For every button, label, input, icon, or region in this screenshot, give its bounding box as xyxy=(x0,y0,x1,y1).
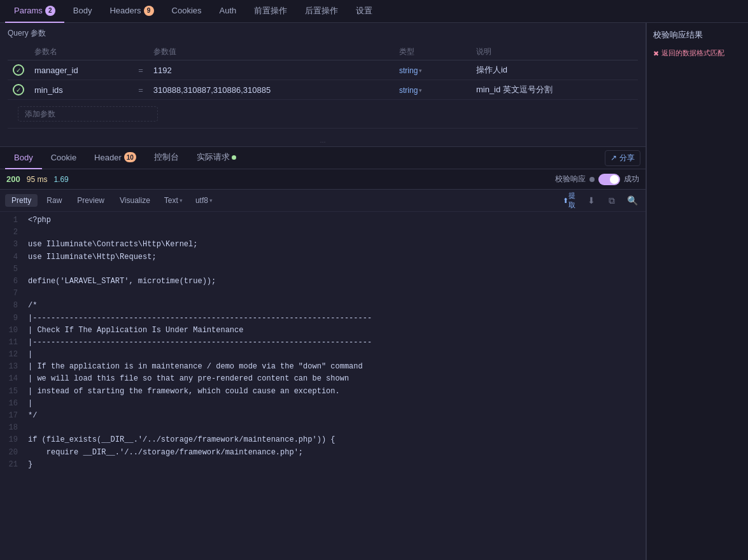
tab-actual-request[interactable]: 实际请求 xyxy=(188,146,245,169)
line-number: 15 xyxy=(0,386,23,398)
active-dot-indicator xyxy=(232,155,236,160)
code-line: |---------------------------------------… xyxy=(28,312,640,325)
share-icon: ↗ xyxy=(610,153,617,162)
line-number: 2 xyxy=(0,227,23,239)
download-icon: ⬇ xyxy=(588,195,595,206)
col-value-header: 参数值 xyxy=(148,44,394,60)
type-dropdown-2[interactable]: string ▾ xyxy=(399,86,422,95)
code-line: <?php xyxy=(28,214,640,227)
row-name-1[interactable]: manager_id xyxy=(29,60,133,80)
row-name-2[interactable]: min_ids xyxy=(29,80,133,100)
row-type-arrow-1 xyxy=(458,60,471,80)
tab-response-body[interactable]: Body xyxy=(5,146,42,169)
row-check-2[interactable]: ✓ xyxy=(8,80,29,100)
chevron-down-icon: ▾ xyxy=(419,87,422,94)
col-type-arrow xyxy=(458,44,471,60)
verify-label: 校验响应 xyxy=(555,174,586,185)
check-icon-1: ✓ xyxy=(13,64,24,76)
tab-console[interactable]: 控制台 xyxy=(145,146,188,169)
code-line: |---------------------------------------… xyxy=(28,337,640,349)
code-line xyxy=(28,263,640,276)
success-label: 成功 xyxy=(624,174,639,185)
line-number: 19 xyxy=(0,434,23,446)
add-param-input[interactable] xyxy=(18,106,158,122)
verify-toggle[interactable] xyxy=(598,174,620,185)
line-number: 20 xyxy=(0,447,23,459)
code-line: /* xyxy=(28,300,640,312)
line-number: 7 xyxy=(0,288,23,300)
status-code: 200 xyxy=(6,174,20,184)
code-line: if (file_exists(__DIR__.'/../storage/fra… xyxy=(28,434,640,446)
share-button[interactable]: ↗ 分享 xyxy=(605,150,640,166)
code-line: | If the application is in maintenance /… xyxy=(28,361,640,373)
code-line: | xyxy=(28,398,640,410)
code-line: */ xyxy=(28,410,640,422)
tab-settings[interactable]: 设置 xyxy=(347,0,381,23)
format-tabs: Pretty Raw Preview Visualize Text ▾ utf8 xyxy=(0,190,646,212)
params-section: Query 参数 参数名 参数值 类型 说明 xyxy=(0,23,646,134)
status-bar: 200 95 ms 1.69 校验响应 成功 xyxy=(0,169,646,190)
extract-label: 提取 xyxy=(568,191,579,210)
fmt-text-dropdown[interactable]: Text ▾ xyxy=(159,194,188,207)
col-eq xyxy=(133,44,148,60)
extract-button[interactable]: ⬆ 提取 xyxy=(563,192,579,209)
share-area: ↗ 分享 xyxy=(605,150,640,166)
row-desc-2[interactable]: min_id 英文逗号分割 xyxy=(471,80,638,100)
chevron-down-icon: ▾ xyxy=(419,67,422,74)
code-line: | Check If The Application Is Under Main… xyxy=(28,325,640,337)
copy-button[interactable]: ⧉ xyxy=(603,192,620,209)
row-value-1[interactable]: 1192 xyxy=(148,60,394,80)
fmt-tab-preview[interactable]: Preview xyxy=(71,194,111,207)
code-line: require __DIR__.'/../storage/framework/m… xyxy=(28,447,640,459)
col-name-header: 参数名 xyxy=(29,44,133,60)
tab-pre-op[interactable]: 前置操作 xyxy=(245,0,296,23)
response-size: 1.69 xyxy=(53,175,68,184)
toggle-off-dot xyxy=(589,177,595,182)
line-number: 11 xyxy=(0,337,23,349)
tab-body[interactable]: Body xyxy=(64,0,101,23)
tab-headers[interactable]: Headers 9 xyxy=(101,0,162,23)
bottom-section: Body Cookie Header 10 控制台 实际请求 xyxy=(0,146,646,560)
copy-icon: ⧉ xyxy=(609,195,615,206)
line-number: 1 xyxy=(0,214,23,227)
main-layout: Query 参数 参数名 参数值 类型 说明 xyxy=(0,23,748,560)
type-dropdown-1[interactable]: string ▾ xyxy=(399,66,422,75)
extract-icon: ⬆ xyxy=(563,197,568,205)
row-desc-1[interactable]: 操作人id xyxy=(471,60,638,80)
tab-cookies[interactable]: Cookies xyxy=(163,0,211,23)
table-row: ✓ manager_id = 1192 string ▾ 操作人id xyxy=(8,60,638,80)
code-line: use Illuminate\Contracts\Http\Kernel; xyxy=(28,239,640,251)
top-tab-bar: Params 2 Body Headers 9 Cookies Auth 前置操… xyxy=(0,0,748,23)
line-number: 9 xyxy=(0,312,23,325)
fmt-tab-pretty[interactable]: Pretty xyxy=(5,194,38,207)
row-check-1[interactable]: ✓ xyxy=(8,60,29,80)
row-type-2[interactable]: string ▾ xyxy=(394,80,458,100)
add-param-cell xyxy=(8,100,638,129)
check-icon-2: ✓ xyxy=(13,84,24,95)
line-number: 18 xyxy=(0,422,23,434)
search-button[interactable]: 🔍 xyxy=(624,192,640,209)
row-type-arrow-2 xyxy=(458,80,471,100)
fmt-utf8-dropdown[interactable]: utf8 ▾ xyxy=(190,194,218,207)
code-line: } xyxy=(28,459,640,471)
right-panel: 校验响应结果 ✖ 返回的数据格式匹配 xyxy=(646,23,748,560)
fmt-tab-raw[interactable]: Raw xyxy=(40,194,68,207)
tab-post-op[interactable]: 后置操作 xyxy=(296,0,347,23)
row-value-2[interactable]: 310888,310887,310886,310885 xyxy=(148,80,394,100)
code-area[interactable]: 123456789101112131415161718192021 <?php … xyxy=(0,212,646,560)
line-numbers: 123456789101112131415161718192021 xyxy=(0,212,23,560)
verify-result-title: 校验响应结果 xyxy=(653,29,742,41)
left-panel: Query 参数 参数名 参数值 类型 说明 xyxy=(0,23,646,560)
fmt-tab-visualize[interactable]: Visualize xyxy=(113,194,157,207)
download-button[interactable]: ⬇ xyxy=(583,192,600,209)
row-type-1[interactable]: string ▾ xyxy=(394,60,458,80)
tab-params[interactable]: Params 2 xyxy=(5,0,64,23)
tab-cookie[interactable]: Cookie xyxy=(42,146,85,169)
params-table: 参数名 参数值 类型 说明 ✓ manager_id = xyxy=(8,44,638,129)
response-time: 95 ms xyxy=(27,175,48,184)
code-line: | we will load this file so that any pre… xyxy=(28,373,640,385)
code-line: | instead of starting the framework, whi… xyxy=(28,386,640,398)
tab-auth[interactable]: Auth xyxy=(211,0,246,23)
line-number: 14 xyxy=(0,373,23,385)
tab-header[interactable]: Header 10 xyxy=(85,146,145,169)
